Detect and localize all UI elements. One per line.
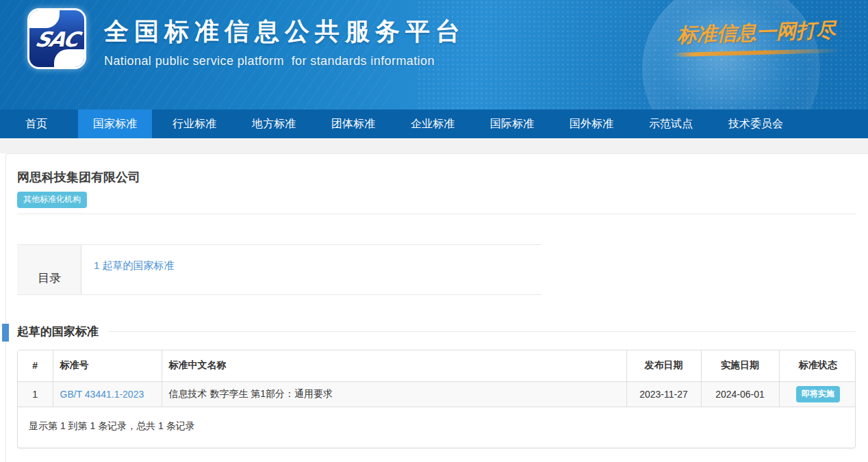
record-count-summary: 显示第 1 到第 1 条记录，总共 1 条记录: [18, 407, 855, 448]
cell-index: 1: [18, 381, 53, 407]
standards-table-panel: # 标准号 标准中文名称 发布日期 实施日期 标准状态 1 GB/T 43441…: [17, 350, 856, 448]
sac-logo-shape: SAC: [29, 10, 84, 67]
section-accent-bar: [2, 324, 9, 342]
sac-logo[interactable]: SAC: [27, 8, 86, 69]
nav-item-technical-committee[interactable]: 技术委员会: [713, 110, 798, 138]
cell-std-no: GB/T 43441.1-2023: [53, 381, 162, 407]
platform-title-cn: 全国标准信息公共服务平台: [104, 15, 465, 49]
sac-logo-text: SAC: [33, 27, 81, 51]
col-header-index: #: [18, 350, 53, 381]
nav-item-enterprise-standards[interactable]: 企业标准: [396, 110, 470, 138]
col-header-implement-date: 实施日期: [701, 350, 779, 381]
nav-item-foreign-standards[interactable]: 国外标准: [554, 110, 628, 138]
page-background-strip: [0, 138, 868, 153]
nav-item-group-standards[interactable]: 团体标准: [316, 110, 390, 138]
content-card: 网思科技集团有限公司 其他标准化机构 目录 1 起草的国家标准 起草的国家标准 …: [5, 153, 868, 462]
table-header-row: # 标准号 标准中文名称 发布日期 实施日期 标准状态: [18, 350, 856, 381]
platform-titles: 全国标准信息公共服务平台 National public service pla…: [104, 15, 465, 68]
main-nav: 首页 国家标准 行业标准 地方标准 团体标准 企业标准 国际标准 国外标准 示范…: [0, 110, 868, 138]
site-header: SAC 全国标准信息公共服务平台 National public service…: [0, 0, 868, 110]
table-row: 1 GB/T 43441.1-2023 信息技术 数字孪生 第1部分：通用要求 …: [18, 381, 856, 407]
org-type-badge: 其他标准化机构: [17, 192, 87, 208]
platform-title-en: National public service platform for sta…: [104, 54, 465, 68]
logo-notch-bottom-right: [54, 49, 84, 67]
nav-item-industry-standards[interactable]: 行业标准: [157, 110, 231, 138]
col-header-std-no: 标准号: [53, 350, 162, 381]
slogan-text: 标准信息一网打尽: [676, 16, 836, 49]
slogan: 标准信息一网打尽: [671, 19, 842, 55]
cell-implement-date: 2024-06-01: [701, 381, 779, 407]
nav-item-pilot-demo[interactable]: 示范试点: [634, 110, 708, 138]
nav-item-national-standards[interactable]: 国家标准: [78, 110, 152, 138]
standards-table: # 标准号 标准中文名称 发布日期 实施日期 标准状态 1 GB/T 43441…: [18, 350, 856, 407]
section-header: 起草的国家标准: [17, 324, 856, 339]
col-header-publish-date: 发布日期: [626, 350, 701, 381]
col-header-name-cn: 标准中文名称: [162, 350, 626, 381]
cell-status: 即将实施: [779, 381, 856, 407]
toc-label: 目录: [17, 245, 81, 294]
status-badge: 即将实施: [796, 386, 840, 402]
toc-link-drafted-standards[interactable]: 1 起草的国家标准: [94, 259, 175, 271]
nav-item-home[interactable]: 首页: [10, 110, 62, 138]
cell-name-cn: 信息技术 数字孪生 第1部分：通用要求: [162, 381, 626, 407]
section-rule: [108, 331, 856, 332]
logo-notch-top-left: [29, 10, 60, 28]
cell-publish-date: 2023-11-27: [626, 381, 701, 407]
toc-panel: 目录 1 起草的国家标准: [17, 244, 541, 295]
divider: [17, 214, 856, 214]
std-no-link[interactable]: GB/T 43441.1-2023: [60, 389, 144, 400]
nav-item-international-standards[interactable]: 国际标准: [475, 110, 549, 138]
toc-body: 1 起草的国家标准: [81, 245, 541, 294]
col-header-status: 标准状态: [779, 350, 856, 381]
nav-item-local-standards[interactable]: 地方标准: [237, 110, 311, 138]
org-name: 网思科技集团有限公司: [17, 169, 868, 185]
section-title: 起草的国家标准: [17, 324, 99, 339]
